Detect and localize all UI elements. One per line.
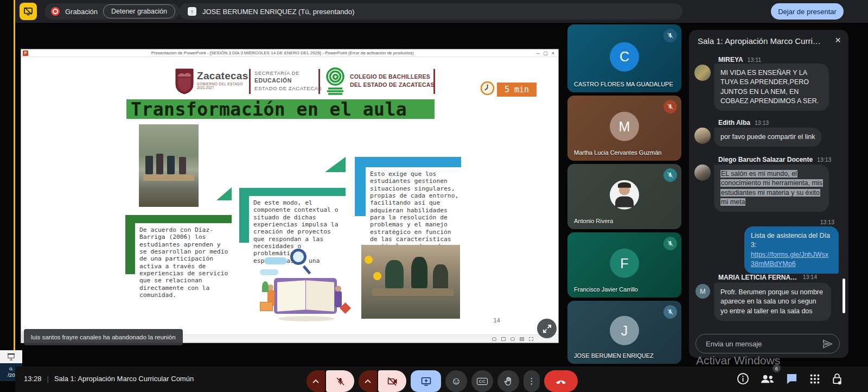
message-time: 13:14 [803, 274, 817, 281]
avatar: F [610, 249, 639, 278]
text-block-right-text: Esto exige que los estudiantes gestionen… [366, 167, 461, 257]
info-icon[interactable] [737, 372, 749, 385]
powerpoint-titlebar[interactable]: P Presentación de PowerPoint - [SESIÓN 3… [21, 49, 558, 57]
mic-muted-icon [663, 100, 677, 113]
book-illustration [260, 248, 354, 333]
participant-name: JOSE BERUMEN ENRIQUEZ [574, 352, 654, 359]
chat-message: EL salón es mi mundo, el conocimiento mi… [714, 165, 829, 212]
send-icon[interactable] [822, 339, 833, 349]
camera-control-group [359, 370, 406, 392]
powerpoint-icon: P [23, 50, 28, 56]
zacatecas-shield-logo [174, 68, 195, 95]
screen: o. m. /2026 Grabación Detener grabación … [0, 0, 868, 392]
panel-toggle-icons [737, 372, 843, 385]
expand-icon [542, 324, 552, 333]
recording-label: Grabación [65, 8, 98, 16]
message-sender: MIREYA13:11 [718, 56, 761, 64]
students-photo [139, 124, 199, 207]
triangle-accent [216, 187, 232, 200]
participant-tile[interactable]: J JOSE BERUMEN ENRIQUEZ [567, 301, 681, 364]
restore-button[interactable]: ▢ [543, 50, 548, 56]
people-icon[interactable] [760, 372, 775, 385]
slide-title: Transformación en el aula [126, 99, 435, 119]
chat-input-container [695, 334, 840, 353]
stop-recording-button[interactable]: Detener grabación [103, 4, 175, 18]
slideshow-view-icon[interactable] [520, 337, 524, 341]
mic-off-icon [336, 377, 345, 386]
sep-line2: EDUCACIÓN [254, 77, 322, 84]
call-controls: ☺ CC ⋮ [307, 370, 578, 392]
expand-presentation-button[interactable] [537, 319, 557, 338]
clock-icon [480, 81, 495, 96]
cobaez-line2: DEL ESTADO DE ZACATECAS [350, 81, 435, 88]
apps-grid-icon[interactable] [809, 373, 821, 385]
classroom-photo [361, 245, 460, 319]
camera-off-icon [387, 377, 398, 386]
present-screen-button[interactable] [411, 370, 441, 392]
mic-muted-button[interactable] [326, 370, 354, 392]
message-sender: MARIA LETICIA FERNANDEZ RODRIG...13:14 [718, 274, 817, 281]
participant-tile[interactable]: F Francisco Javier Carrillo [567, 232, 681, 298]
avatar: M [610, 112, 639, 141]
more-options-button[interactable]: ⋮ [524, 370, 540, 392]
message-sender: Edith Alba13:13 [718, 119, 769, 127]
mic-control-group [307, 370, 354, 392]
screen-share-yellow-border [14, 0, 15, 352]
present-screen-icon [421, 377, 431, 386]
normal-view-icon[interactable] [501, 337, 506, 341]
reactions-button[interactable]: ☺ [445, 370, 467, 392]
close-button[interactable]: × [552, 50, 554, 56]
end-call-button[interactable] [544, 370, 578, 392]
gov-logo-text: Zacatecas GOBIERNO DEL ESTADO 2021-2027 [197, 70, 248, 90]
sep-line1: SECRETARÍA DE [254, 70, 322, 76]
notes-icon[interactable] [492, 337, 496, 341]
camera-options-button[interactable] [359, 370, 377, 392]
participant-tile[interactable]: C CASTRO FLORES MA GUADALUPE CO... [567, 24, 681, 92]
comments-icon[interactable] [510, 337, 515, 341]
chat-message-input[interactable] [705, 339, 822, 349]
participant-count-badge: 6 [773, 364, 781, 372]
presenting-pill: ↑ JOSE BERUMEN ENRIQUEZ (Tú, presentando… [179, 3, 682, 20]
hand-icon [504, 377, 513, 386]
message-sender: Diego Baruch Salazar Docente13:13 [718, 156, 831, 163]
captions-button[interactable]: CC [471, 370, 493, 392]
camera-off-button[interactable] [378, 370, 406, 392]
taskbar-tray-icon[interactable] [0, 350, 22, 363]
emoji-sticker [373, 272, 381, 280]
mic-options-button[interactable] [307, 370, 325, 392]
gov-logo-sub2: 2021-2027 [197, 86, 248, 90]
minimize-button[interactable]: – [537, 50, 539, 56]
chat-scrollbar[interactable] [843, 279, 845, 313]
avatar: J [610, 316, 639, 345]
message-time: 13:11 [748, 56, 762, 63]
header-divider [318, 69, 320, 94]
avatar: M [695, 284, 710, 299]
chat-panel: Sala 1: Apropiación Marco Curric... × MI… [689, 30, 848, 358]
chat-icon[interactable] [786, 372, 798, 385]
projector-screen-icon [7, 353, 15, 361]
gov-logo-name: Zacatecas [197, 70, 248, 82]
fit-window-icon[interactable] [529, 337, 533, 341]
presentation-indicator-tile[interactable] [20, 3, 37, 20]
chat-message: MI VIDA ES ENSEÑAR Y LA TUYA ES APRENDER… [714, 64, 829, 111]
divider: | [47, 375, 49, 383]
mic-muted-icon [663, 168, 677, 182]
stop-presenting-button[interactable]: Dejar de presentar [771, 3, 844, 20]
participant-tile[interactable]: M Martha Lucia Cervantes Guzmán [567, 96, 681, 161]
mic-muted-icon [663, 237, 677, 250]
participant-name: Martha Lucia Cervantes Guzmán [574, 149, 661, 156]
mic-muted-icon [663, 29, 677, 42]
host-controls-lock-icon[interactable] [832, 372, 843, 385]
avatar: C [610, 42, 639, 71]
scrollbar-fragment [22, 331, 23, 343]
message-time: 13:13 [755, 119, 769, 126]
avatar [694, 128, 711, 144]
close-icon[interactable]: × [835, 34, 841, 46]
text-block-left-text: De acuerdo con Díaz-Barriga (2006) los e… [135, 223, 232, 299]
attendance-link[interactable]: https://forms.gle/JnhJWsx38mMBdYMp6 [751, 251, 828, 268]
chat-panel-title: Sala 1: Apropiación Marco Curric... [698, 36, 822, 46]
raise-hand-button[interactable] [497, 370, 519, 392]
participant-tile[interactable]: Antonio Rivera [567, 164, 681, 229]
meeting-info: 13:28 | Sala 1: Apropiación Marco Curric… [24, 375, 194, 383]
cobaez-spiral-logo [323, 66, 348, 96]
